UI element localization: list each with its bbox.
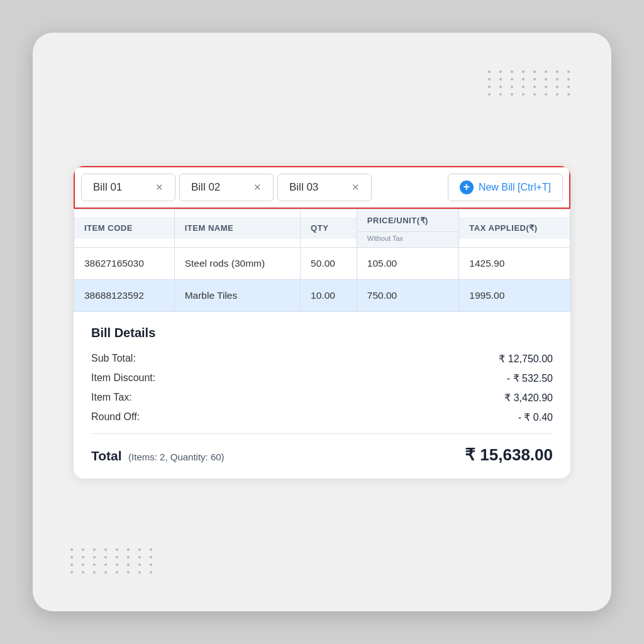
col-item-name: ITEM NAME <box>174 209 300 247</box>
tab-bill03-close[interactable]: ✕ <box>352 182 360 193</box>
bill-detail-label-1: Item Discount: <box>91 372 155 384</box>
dots-bottom-left <box>70 548 156 574</box>
bill-detail-value-3: - ₹ 0.40 <box>518 411 553 423</box>
cell-tax_applied-1: 1995.00 <box>459 279 570 311</box>
total-label: Total <box>91 448 122 463</box>
bill-detail-row-1: Item Discount:- ₹ 532.50 <box>91 369 553 388</box>
bill-details-section: Bill Details Sub Total:₹ 12,750.00Item D… <box>74 312 570 479</box>
new-bill-label: New Bill [Ctrl+T] <box>479 182 551 193</box>
new-bill-button[interactable]: + New Bill [Ctrl+T] <box>448 174 563 201</box>
bill-detail-row-0: Sub Total:₹ 12,750.00 <box>91 349 553 369</box>
cell-item_code-1: 38688123592 <box>74 279 175 311</box>
bill-detail-row-3: Round Off:- ₹ 0.40 <box>91 408 553 427</box>
col-tax-applied: TAX APPLIED(₹) <box>459 209 570 247</box>
total-sub: (Items: 2, Quantity: 60) <box>128 452 225 462</box>
total-label-group: Total (Items: 2, Quantity: 60) <box>91 448 225 464</box>
main-card: Bill 01 ✕ Bill 02 ✕ Bill 03 ✕ + New Bill… <box>74 166 570 479</box>
col-price-unit: PRICE/UNIT(₹) Without Tax <box>357 209 458 247</box>
cell-qty-0: 50.00 <box>301 247 357 279</box>
tab-bar: Bill 01 ✕ Bill 02 ✕ Bill 03 ✕ + New Bill… <box>74 166 570 209</box>
cell-qty-1: 10.00 <box>301 279 357 311</box>
bill-table: ITEM CODE ITEM NAME QTY PRICE/UNIT(₹) Wi… <box>74 209 570 312</box>
total-row: Total (Items: 2, Quantity: 60) ₹ 15,638.… <box>91 440 553 465</box>
bill-detail-value-1: - ₹ 532.50 <box>507 372 553 384</box>
bill-detail-label-2: Item Tax: <box>91 392 132 404</box>
bill-details-title: Bill Details <box>91 326 553 340</box>
bill-detail-row-2: Item Tax:₹ 3,420.90 <box>91 388 553 408</box>
tab-bill02-close[interactable]: ✕ <box>253 182 262 193</box>
table-header-row: ITEM CODE ITEM NAME QTY PRICE/UNIT(₹) Wi… <box>74 209 570 247</box>
tab-bill01-close[interactable]: ✕ <box>155 182 164 193</box>
cell-item_code-0: 38627165030 <box>74 247 175 279</box>
divider <box>91 433 553 434</box>
tab-bill03-label: Bill 03 <box>289 181 318 194</box>
tab-bill01-label: Bill 01 <box>93 181 122 194</box>
dots-top-right <box>488 70 574 96</box>
table-row[interactable]: 38627165030Steel rods (30mm)50.00105.001… <box>74 247 570 279</box>
cell-price_unit-0: 105.00 <box>357 247 458 279</box>
col-item-code: ITEM CODE <box>74 209 175 247</box>
cell-price_unit-1: 750.00 <box>357 279 458 311</box>
bill-detail-label-3: Round Off: <box>91 411 140 423</box>
cell-tax_applied-0: 1425.90 <box>459 247 570 279</box>
cell-item_name-0: Steel rods (30mm) <box>174 247 300 279</box>
total-value: ₹ 15,638.00 <box>465 445 553 465</box>
table-row[interactable]: 38688123592Marble Tiles10.00750.001995.0… <box>74 279 570 311</box>
bill-detail-label-0: Sub Total: <box>91 353 136 365</box>
tab-bill02-label: Bill 02 <box>191 181 220 194</box>
cell-item_name-1: Marble Tiles <box>174 279 300 311</box>
tab-bill01[interactable]: Bill 01 ✕ <box>81 174 175 201</box>
bill-detail-value-2: ₹ 3,420.90 <box>504 392 553 404</box>
col-qty: QTY <box>301 209 357 247</box>
plus-icon: + <box>460 180 474 194</box>
tab-bill03[interactable]: Bill 03 ✕ <box>277 174 372 201</box>
bill-detail-value-0: ₹ 12,750.00 <box>499 353 553 365</box>
outer-card: Bill 01 ✕ Bill 02 ✕ Bill 03 ✕ + New Bill… <box>33 33 611 611</box>
tab-bill02[interactable]: Bill 02 ✕ <box>179 174 274 201</box>
